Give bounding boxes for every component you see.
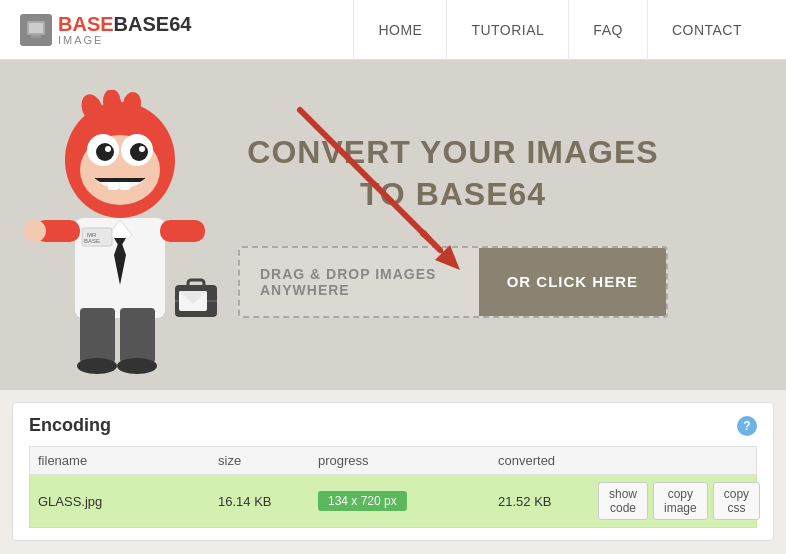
cell-progress: 134 x 720 px [318,491,498,511]
svg-point-26 [117,358,157,374]
hero-title: CONVERT YOUR IMAGES TO BASE64 [247,132,658,215]
nav-home[interactable]: HOME [353,0,446,60]
cell-size: 16.14 KB [218,494,318,509]
header: BASEBASE64 IMAGE HOME TUTORIAL FAQ CONTA… [0,0,786,60]
progress-bar: 134 x 720 px [318,491,407,511]
svg-rect-29 [160,220,205,242]
svg-rect-23 [80,308,115,363]
encoding-panel: Encoding ? filename size progress conver… [12,402,774,541]
show-code-button[interactable]: show code [598,482,648,520]
svg-point-11 [130,143,148,161]
mascot: MR BASE [20,90,240,390]
drop-zone-label: DRAG & DROP IMAGES ANYWHERE [240,248,479,316]
help-icon[interactable]: ? [737,416,757,436]
drop-zone[interactable]: DRAG & DROP IMAGES ANYWHERE OR CLICK HER… [238,246,668,318]
svg-point-25 [77,358,117,374]
logo: BASEBASE64 IMAGE [20,14,191,46]
table-header: filename size progress converted [29,446,757,475]
logo-sub: IMAGE [58,34,191,46]
col-converted: converted [498,453,598,468]
svg-rect-1 [29,23,43,33]
nav-tutorial[interactable]: TUTORIAL [446,0,568,60]
svg-point-12 [105,146,111,152]
svg-point-13 [139,146,145,152]
logo-text: BASEBASE64 IMAGE [58,14,191,46]
svg-rect-15 [120,182,130,190]
col-filename: filename [38,453,218,468]
cell-converted: 21.52 KB [498,494,598,509]
nav-contact[interactable]: CONTACT [647,0,766,60]
table-row: GLASS.jpg 16.14 KB 134 x 720 px 21.52 KB… [29,475,757,528]
svg-point-10 [96,143,114,161]
svg-rect-2 [31,35,41,38]
hero-content: CONVERT YOUR IMAGES TO BASE64 DRAG & DRO… [238,132,668,317]
logo-main: BASEBASE64 [58,14,191,34]
encoding-header: Encoding ? [29,415,757,436]
copy-css-button[interactable]: copy css [713,482,760,520]
svg-rect-24 [120,308,155,363]
svg-rect-14 [108,182,118,190]
svg-rect-31 [188,280,204,288]
cell-filename: GLASS.jpg [38,494,218,509]
click-here-button[interactable]: OR CLICK HERE [479,248,666,316]
main-nav: HOME TUTORIAL FAQ CONTACT [353,0,766,60]
svg-text:BASE: BASE [84,238,100,244]
col-actions [598,453,748,468]
copy-image-button[interactable]: copy image [653,482,708,520]
nav-faq[interactable]: FAQ [568,0,647,60]
logo-icon [20,14,52,46]
encoding-title: Encoding [29,415,111,436]
svg-point-28 [24,220,46,242]
col-progress: progress [318,453,498,468]
col-size: size [218,453,318,468]
logo-accent: BASE [58,13,114,35]
action-buttons: show code copy image copy css [598,482,760,520]
hero-section: MR BASE CO [0,60,786,390]
